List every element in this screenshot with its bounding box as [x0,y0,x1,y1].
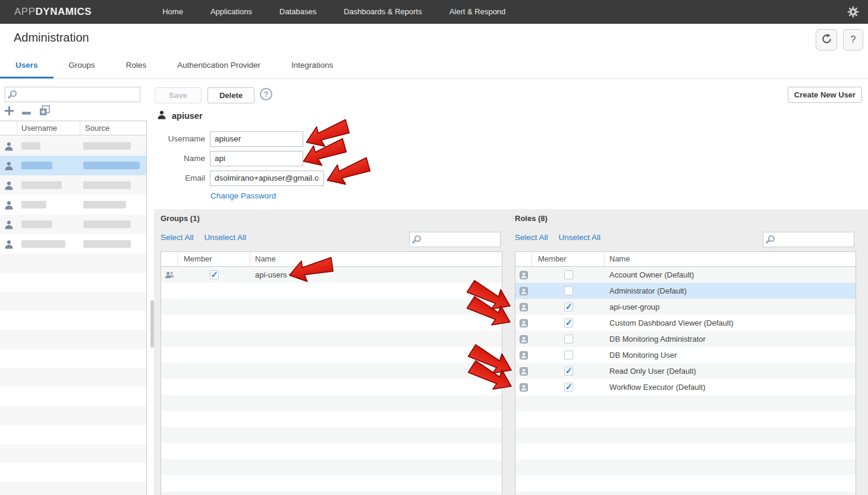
username-label: Username [155,134,205,143]
email-field[interactable] [210,171,324,186]
user-heading: apiuser [172,111,203,121]
username-column-header: Username [17,121,80,135]
name-label: Name [155,154,205,163]
nav-item-applications[interactable]: Applications [197,0,266,24]
member-checkbox[interactable] [564,270,573,279]
user-row[interactable] [0,215,146,234]
row-name: DB Monitoring User [605,351,856,360]
roles-rows: Account Owner (Default)Administrator (De… [515,267,856,395]
redacted-username [21,201,46,209]
roles-panel-title: Roles (8) [515,214,548,223]
users-sidebar: Username Source [0,79,155,495]
nav-item-home[interactable]: Home [149,0,197,24]
top-nav: APPDYNAMICS HomeApplicationsDatabasesDas… [0,0,868,24]
user-row[interactable] [0,156,146,175]
member-column-header: Member [178,252,250,266]
user-icon [0,181,17,190]
page-header: Administration ? [0,24,868,53]
roles-row-api-user-group[interactable]: api-user-group [515,299,856,315]
page-title: Administration [14,31,89,45]
delete-button[interactable]: Delete [207,87,254,103]
refresh-icon [821,33,832,47]
roles-select-all-link[interactable]: Select All [515,233,548,242]
role-icon [515,319,532,327]
member-checkbox[interactable] [210,270,219,279]
context-help-icon[interactable]: ? [260,88,272,100]
groups-table-header: Member Name [161,252,502,267]
redacted-source [83,220,131,228]
user-icon [157,110,166,121]
roles-row-read-only-user-default[interactable]: Read Only User (Default) [515,363,856,379]
row-name: DB Monitoring Administrator [605,335,856,343]
name-field[interactable] [210,151,303,166]
member-checkbox[interactable] [564,335,573,343]
roles-row-db-monitoring-administrator[interactable]: DB Monitoring Administrator [515,331,856,347]
groups-row-api-users[interactable]: api-users [161,267,502,283]
groups-select-all-link[interactable]: Select All [161,233,194,242]
roles-row-custom-dashboard-viewer-default[interactable]: Custom Dashboard Viewer (Default) [515,315,856,331]
roles-row-db-monitoring-user[interactable]: DB Monitoring User [515,347,856,363]
user-list-empty-rows [0,254,146,495]
tab-users[interactable]: Users [0,53,54,78]
user-row[interactable] [0,195,146,215]
member-checkbox[interactable] [564,383,573,392]
user-icon [0,200,17,210]
row-name: api-users [250,270,502,279]
name-column-header: Name [250,252,502,266]
tab-groups[interactable]: Groups [54,53,111,78]
member-checkbox[interactable] [564,302,573,311]
redacted-username [21,162,52,169]
redacted-source [83,181,131,189]
refresh-button[interactable] [816,29,837,51]
group-icon [161,271,178,279]
roles-search [763,232,854,247]
member-checkbox[interactable] [564,351,573,360]
tab-integrations[interactable]: Integrations [276,53,349,78]
user-icon [0,141,17,151]
user-row[interactable] [0,136,146,156]
redacted-source [83,142,131,150]
user-row[interactable] [0,234,146,254]
row-name: Workflow Executor (Default) [605,383,856,392]
gear-icon[interactable] [847,6,859,18]
duplicate-user-icon-button[interactable] [39,105,50,118]
help-button[interactable]: ? [843,29,863,51]
add-user-icon-button[interactable] [5,106,14,118]
tab-authentication-provider[interactable]: Authentication Provider [162,53,276,78]
role-icon [515,367,532,376]
user-row[interactable] [0,175,146,195]
tab-roles[interactable]: Roles [111,53,162,78]
member-checkbox[interactable] [564,367,573,376]
redacted-username [21,142,40,150]
create-new-user-button[interactable]: Create New User [788,87,862,103]
search-icon [10,90,17,97]
roles-row-workflow-executor-default[interactable]: Workflow Executor (Default) [515,379,856,395]
member-checkbox[interactable] [564,319,573,327]
roles-row-account-owner-default[interactable]: Account Owner (Default) [515,267,856,283]
groups-search-input[interactable] [425,233,499,246]
redacted-username [21,220,52,228]
roles-search-input[interactable] [779,233,853,246]
nav-item-dashboards-reports[interactable]: Dashboards & Reports [330,0,436,24]
sidebar-search-input[interactable] [21,88,139,101]
roles-unselect-all-link[interactable]: Unselect All [559,233,601,242]
roles-table-header: Member Name [515,252,856,267]
username-field[interactable] [210,131,303,147]
row-name: Administrator (Default) [605,286,856,295]
roles-empty-rows [515,395,856,495]
nav-item-databases[interactable]: Databases [266,0,330,24]
change-password-link[interactable]: Change Password [210,191,276,200]
roles-table: Member Name Account Owner (Default)Admin… [515,251,856,495]
groups-unselect-all-link[interactable]: Unselect All [205,233,247,242]
member-checkbox[interactable] [564,286,573,295]
roles-row-administrator-default[interactable]: Administrator (Default) [515,283,856,299]
nav-item-alert-respond[interactable]: Alert & Respond [436,0,520,24]
appdynamics-logo: APPDYNAMICS [14,6,92,18]
role-icon [515,271,532,279]
save-button[interactable]: Save [155,87,202,103]
role-icon [515,383,532,392]
remove-user-icon-button[interactable] [22,106,31,117]
question-mark-icon: ? [851,34,856,45]
user-icon [0,161,17,171]
email-label: Email [155,174,205,182]
